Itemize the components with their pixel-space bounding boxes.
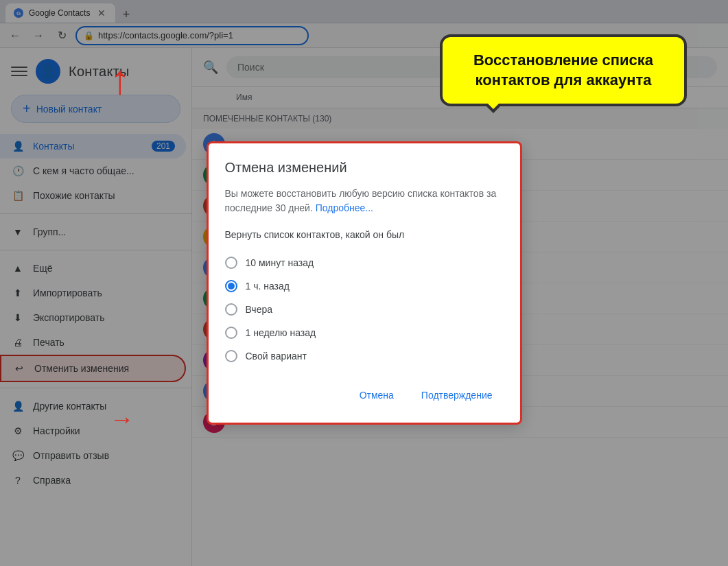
dialog-description: Вы можете восстановить любую версию спис… (225, 187, 504, 215)
radio-circle-10min (225, 257, 237, 269)
radio-option-yesterday[interactable]: Вчера (225, 298, 504, 321)
radio-options-group: 10 минут назад 1 ч. назад Вчера 1 неделю… (225, 251, 504, 368)
radio-label-custom: Свой вариант (246, 351, 307, 362)
red-arrow-right-annotation: → (110, 405, 134, 434)
radio-circle-custom (225, 350, 237, 362)
dialog-learn-more-link[interactable]: Подробнее... (316, 202, 373, 213)
annotation-bubble: Восстановление списка контактов для акка… (440, 34, 687, 106)
dialog-actions: Отмена Подтверждение (225, 384, 504, 406)
radio-option-1h[interactable]: 1 ч. назад (225, 274, 504, 298)
undo-dialog: Отмена изменений Вы можете восстановить … (207, 141, 522, 425)
radio-circle-1week (225, 327, 237, 339)
dialog-subtitle: Вернуть список контактов, какой он был (225, 229, 504, 240)
radio-label-1week: 1 неделю назад (246, 327, 316, 338)
radio-circle-1h (225, 280, 237, 292)
cancel-button[interactable]: Отмена (349, 384, 405, 406)
radio-option-10min[interactable]: 10 минут назад (225, 251, 504, 274)
radio-circle-yesterday (225, 303, 237, 316)
dialog-title: Отмена изменений (225, 160, 504, 176)
radio-label-yesterday: Вчера (246, 304, 273, 315)
annotation-text: Восстановление списка контактов для акка… (473, 51, 653, 89)
radio-label-10min: 10 минут назад (246, 257, 314, 268)
confirm-button[interactable]: Подтверждение (410, 384, 504, 406)
radio-label-1h: 1 ч. назад (246, 281, 290, 292)
radio-option-1week[interactable]: 1 неделю назад (225, 321, 504, 344)
radio-option-custom[interactable]: Свой вариант (225, 344, 504, 368)
red-arrow-down-annotation: ↓ (110, 65, 130, 106)
